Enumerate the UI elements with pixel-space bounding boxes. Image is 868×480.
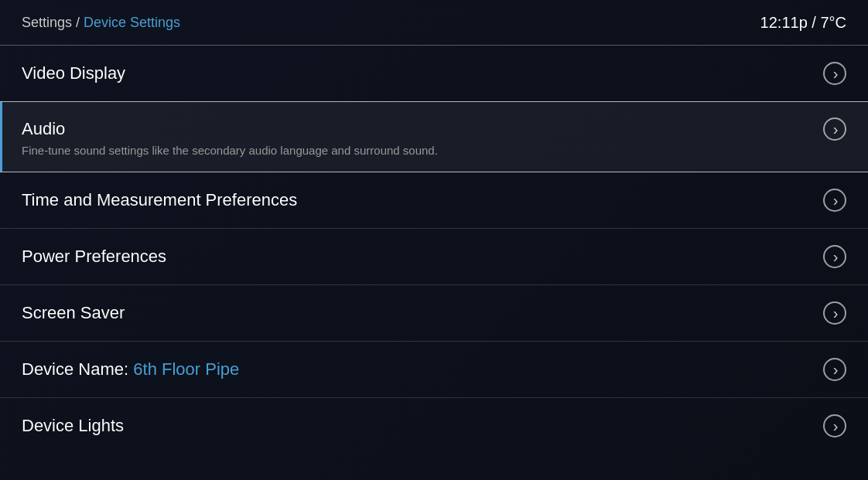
menu-item-power-preferences[interactable]: Power Preferences [0,229,868,284]
breadcrumb-prefix: Settings / [22,15,84,30]
breadcrumb: Settings / Device Settings [22,15,180,31]
menu-item-time-measurement[interactable]: Time and Measurement Preferences [0,172,868,228]
chevron-icon-device-name [823,358,846,381]
menu-item-description-audio: Fine-tune sound settings like the second… [22,144,438,157]
menu-item-label-device-name: Device Name: 6th Floor Pipe [22,359,239,380]
chevron-icon-screen-saver [823,301,846,325]
main-content: Settings / Device Settings 12:11p / 7°C … [0,0,868,480]
menu-item-audio[interactable]: Audio Fine-tune sound settings like the … [0,102,868,172]
menu-item-device-lights[interactable]: Device Lights [0,398,868,454]
chevron-icon-video-display [823,62,846,85]
menu-item-label-time-measurement: Time and Measurement Preferences [22,190,297,210]
menu-item-video-display[interactable]: Video Display [0,46,868,101]
menu-item-device-name[interactable]: Device Name: 6th Floor Pipe [0,342,868,397]
clock-display: 12:11p / 7°C [760,14,846,32]
menu-item-label-audio: Audio [22,119,65,139]
breadcrumb-active: Device Settings [84,15,180,30]
menu-item-label-device-lights: Device Lights [22,416,124,436]
chevron-icon-device-lights [823,414,846,437]
chevron-icon-audio [823,117,846,141]
chevron-icon-time-measurement [823,189,846,212]
menu-list: Video Display Audio Fine-tune sound sett… [0,46,868,480]
chevron-icon-power-preferences [823,245,846,268]
menu-item-label-screen-saver: Screen Saver [22,303,125,323]
header: Settings / Device Settings 12:11p / 7°C [0,0,868,45]
device-name-prefix: Device Name: [22,359,133,379]
menu-item-label-power-preferences: Power Preferences [22,247,166,267]
audio-row: Audio [22,117,846,141]
menu-item-label-video-display: Video Display [22,63,125,83]
device-name-value: 6th Floor Pipe [133,359,239,379]
menu-item-screen-saver[interactable]: Screen Saver [0,285,868,341]
